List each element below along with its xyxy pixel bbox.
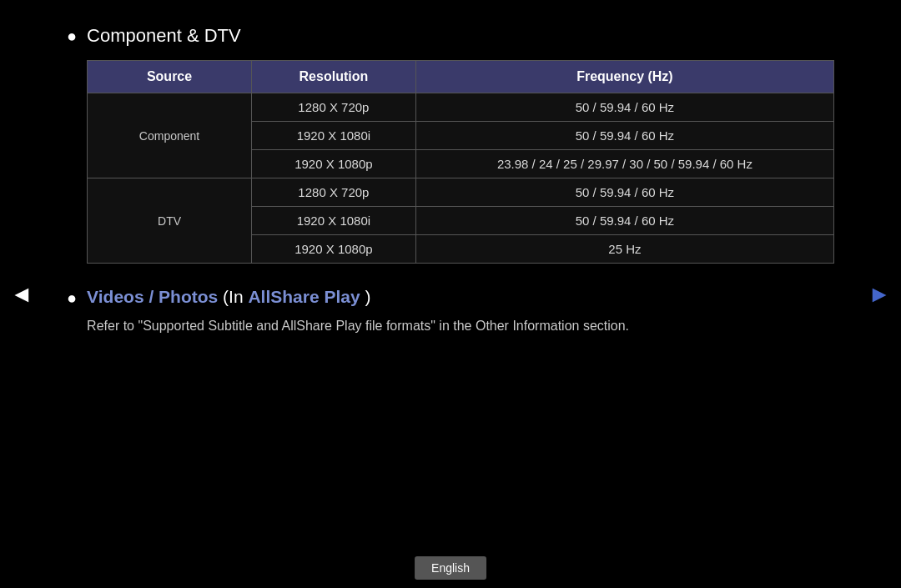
res-5: 1920 X 1080i [251,207,415,235]
videos-title: Videos / Photos (In AllShare Play ) [87,287,834,307]
bullet-1: ● [67,27,77,46]
freq-4: 50 / 59.94 / 60 Hz [415,178,833,207]
freq-5: 50 / 59.94 / 60 Hz [415,207,833,235]
res-2: 1920 X 1080i [251,122,415,150]
freq-6: 25 Hz [415,235,833,264]
language-button[interactable]: English [415,556,486,580]
res-4: 1280 X 720p [251,178,415,207]
videos-close-paren: ) [365,287,371,306]
freq-2: 50 / 59.94 / 60 Hz [415,122,833,150]
videos-photos-label: Videos / Photos [87,287,218,306]
prev-arrow[interactable]: ◄ [10,281,33,308]
bullet-2: ● [67,289,77,308]
freq-1: 50 / 59.94 / 60 Hz [415,93,833,122]
source-component: Component [88,93,252,178]
next-arrow[interactable]: ► [868,281,891,308]
col-header-frequency: Frequency (Hz) [415,61,833,93]
source-dtv: DTV [88,178,252,264]
videos-description: Refer to "Supported Subtitle and AllShar… [87,315,834,337]
res-6: 1920 X 1080p [251,235,415,264]
res-1: 1280 X 720p [251,93,415,122]
col-header-source: Source [88,61,252,93]
table-row: DTV 1280 X 720p 50 / 59.94 / 60 Hz [88,178,834,207]
allshare-play-label: AllShare Play [248,287,360,306]
table-row: Component 1280 X 720p 50 / 59.94 / 60 Hz [88,93,834,122]
freq-3: 23.98 / 24 / 25 / 29.97 / 30 / 50 / 59.9… [415,150,833,178]
component-dtv-table: Source Resolution Frequency (Hz) Compone… [87,60,834,264]
videos-in-label: (In [223,287,248,306]
res-3: 1920 X 1080p [251,150,415,178]
col-header-resolution: Resolution [251,61,415,93]
section1-title: Component & DTV [87,25,834,47]
